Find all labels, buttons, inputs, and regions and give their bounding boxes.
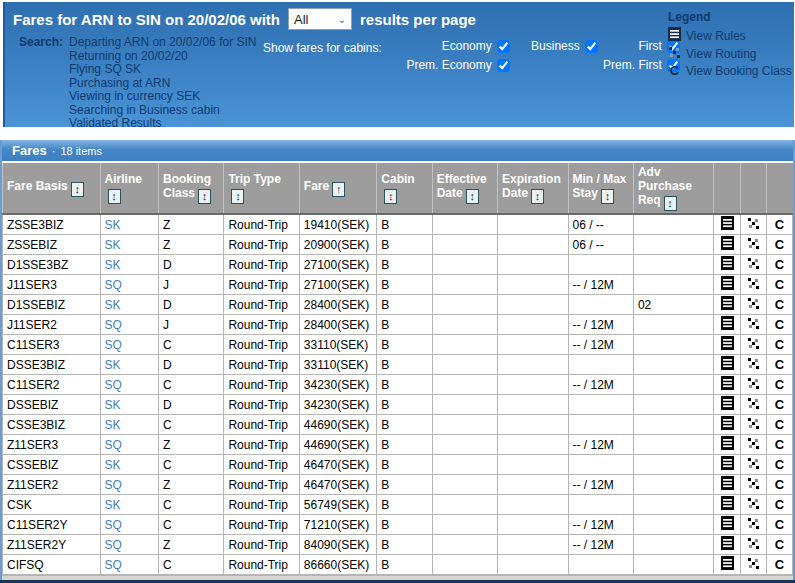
view-booking-class-icon[interactable]: C xyxy=(775,517,784,532)
view-rules-icon[interactable] xyxy=(721,316,734,330)
sort-icon[interactable]: ↕ xyxy=(531,189,544,204)
sort-icon[interactable]: ↕ xyxy=(108,189,121,204)
view-booking-class-icon[interactable]: C xyxy=(775,537,784,552)
prem-economy-checkbox[interactable] xyxy=(497,59,510,72)
view-routing-icon[interactable] xyxy=(747,497,760,510)
airline-link[interactable]: SQ xyxy=(105,478,122,492)
view-rules-icon[interactable] xyxy=(721,496,734,510)
view-rules-icon[interactable] xyxy=(721,216,734,230)
view-rules-icon[interactable] xyxy=(721,536,734,550)
view-booking-class-icon[interactable]: C xyxy=(775,457,784,472)
view-booking-class-icon[interactable]: C xyxy=(775,497,784,512)
view-routing-icon[interactable] xyxy=(747,277,760,290)
view-booking-class-icon[interactable]: C xyxy=(775,417,784,432)
view-booking-class-icon[interactable]: C xyxy=(775,397,784,412)
airline-link[interactable]: SK xyxy=(105,258,121,272)
adv-purchase-req-cell xyxy=(633,455,714,475)
airline-link[interactable]: SQ xyxy=(105,378,122,392)
airline-link[interactable]: SQ xyxy=(105,438,122,452)
sort-icon[interactable]: ↕ xyxy=(466,189,479,204)
economy-checkbox[interactable] xyxy=(497,40,510,53)
adv-purchase-req-cell xyxy=(633,355,714,375)
airline-link[interactable]: SQ xyxy=(105,278,122,292)
view-routing-icon[interactable] xyxy=(747,557,760,570)
view-rules-icon[interactable] xyxy=(721,436,734,450)
view-rules-icon[interactable] xyxy=(721,396,734,410)
view-booking-class-cell: C xyxy=(766,435,792,455)
cabin-checkbox-prem-economy[interactable]: Prem. Economy xyxy=(382,58,510,72)
airline-link[interactable]: SQ xyxy=(105,338,122,352)
view-routing-icon[interactable] xyxy=(747,517,760,530)
view-rules-icon[interactable] xyxy=(721,456,734,470)
view-booking-class-icon[interactable]: C xyxy=(775,277,784,292)
view-rules-icon[interactable] xyxy=(721,556,734,570)
view-routing-icon[interactable] xyxy=(747,317,760,330)
cabin-checkbox-economy[interactable]: Economy xyxy=(382,39,510,53)
view-rules-icon[interactable] xyxy=(721,476,734,490)
view-booking-class-icon[interactable]: C xyxy=(775,217,784,232)
view-routing-icon[interactable] xyxy=(747,477,760,490)
airline-link[interactable]: SK xyxy=(105,458,121,472)
view-booking-class-icon[interactable]: C xyxy=(775,337,784,352)
view-rules-icon[interactable] xyxy=(721,296,734,310)
view-routing-icon[interactable] xyxy=(747,417,760,430)
view-routing-icon xyxy=(668,46,681,62)
airline-link[interactable]: SK xyxy=(105,418,121,432)
view-rules-icon[interactable] xyxy=(721,416,734,430)
view-rules-icon[interactable] xyxy=(721,276,734,290)
view-rules-icon[interactable] xyxy=(721,376,734,390)
view-routing-icon[interactable] xyxy=(747,257,760,270)
view-booking-class-icon[interactable]: C xyxy=(775,257,784,272)
effective-date-cell xyxy=(432,395,497,415)
view-routing-icon[interactable] xyxy=(747,357,760,370)
view-booking-class-icon[interactable]: C xyxy=(775,377,784,392)
title-separator: · xyxy=(52,141,56,162)
view-booking-class-icon[interactable]: C xyxy=(775,557,784,572)
view-rules-cell xyxy=(714,535,740,555)
view-rules-icon[interactable] xyxy=(721,516,734,530)
sort-icon[interactable]: ↕ xyxy=(71,182,84,197)
view-routing-icon[interactable] xyxy=(747,397,760,410)
fare-basis-cell: DSSE3BIZ xyxy=(3,355,101,375)
cabin-label: Business xyxy=(531,39,580,53)
airline-link[interactable]: SQ xyxy=(105,318,122,332)
view-routing-icon[interactable] xyxy=(747,217,760,230)
view-booking-class-icon[interactable]: C xyxy=(775,357,784,372)
airline-link[interactable]: SK xyxy=(105,498,121,512)
view-booking-class-icon[interactable]: C xyxy=(775,237,784,252)
results-per-page-select[interactable]: All ⌄ xyxy=(288,8,352,30)
sort-icon[interactable]: ↕ xyxy=(231,189,244,204)
view-rules-icon[interactable] xyxy=(721,236,734,250)
view-routing-icon[interactable] xyxy=(747,237,760,250)
view-booking-class-icon[interactable]: C xyxy=(775,437,784,452)
view-routing-icon[interactable] xyxy=(747,297,760,310)
sort-icon[interactable]: ↕ xyxy=(384,189,397,204)
booking-class-cell: C xyxy=(158,515,223,535)
view-routing-icon[interactable] xyxy=(747,337,760,350)
view-booking-class-icon[interactable]: C xyxy=(775,317,784,332)
view-rules-icon[interactable] xyxy=(721,336,734,350)
view-rules-icon[interactable] xyxy=(721,356,734,370)
sort-icon[interactable]: ↕ xyxy=(198,189,211,204)
airline-link[interactable]: SK xyxy=(105,398,121,412)
sort-icon[interactable]: ↕ xyxy=(601,189,614,204)
airline-link[interactable]: SK xyxy=(105,238,121,252)
cabin-checkbox-business[interactable]: Business xyxy=(510,39,598,53)
view-rules-icon[interactable] xyxy=(721,256,734,270)
business-checkbox[interactable] xyxy=(585,40,598,53)
airline-link[interactable]: SK xyxy=(105,298,121,312)
airline-link[interactable]: SK xyxy=(105,358,121,372)
view-routing-icon[interactable] xyxy=(747,537,760,550)
view-routing-icon[interactable] xyxy=(747,377,760,390)
sort-icon[interactable]: ↑ xyxy=(332,182,345,197)
airline-link[interactable]: SK xyxy=(105,218,121,232)
fare-cell: 71210(SEK) xyxy=(299,515,376,535)
airline-link[interactable]: SQ xyxy=(105,538,122,552)
sort-icon[interactable]: ↕ xyxy=(664,196,677,211)
view-routing-icon[interactable] xyxy=(747,437,760,450)
view-booking-class-icon[interactable]: C xyxy=(775,477,784,492)
view-booking-class-icon[interactable]: C xyxy=(775,297,784,312)
view-routing-icon[interactable] xyxy=(747,457,760,470)
airline-link[interactable]: SQ xyxy=(105,558,122,572)
airline-link[interactable]: SQ xyxy=(105,518,122,532)
